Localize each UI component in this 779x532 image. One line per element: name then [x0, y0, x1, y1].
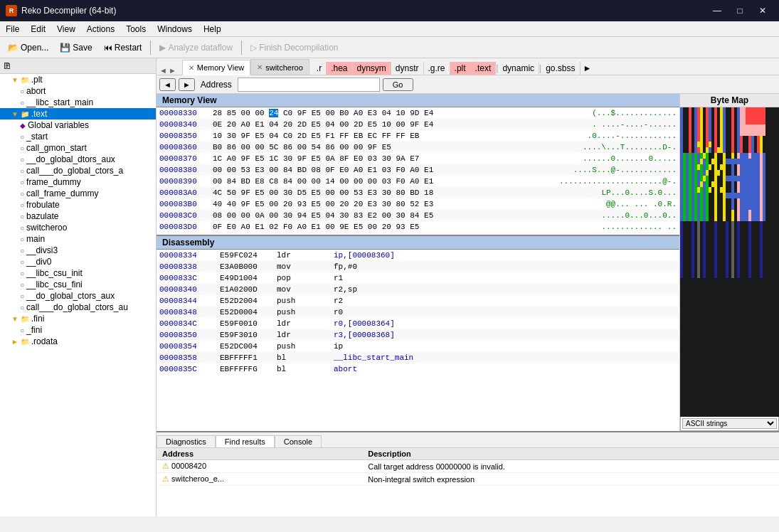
maximize-button[interactable]: □ — [729, 4, 751, 18]
bottom-tab-console[interactable]: Console — [275, 435, 322, 447]
disasm-row[interactable]: 00008350 E59F3010 ldr r3,[00008368] — [157, 329, 679, 341]
bytemap-dropdown[interactable]: ASCII strings — [682, 418, 777, 429]
tab-close-memory[interactable]: ✕ — [189, 64, 194, 72]
nav-section-gre[interactable]: .g.re — [424, 62, 450, 75]
nav-section-dynstr[interactable]: dynstr — [391, 62, 424, 75]
sidebar-item-plt[interactable]: ▼ 📁.plt — [0, 74, 156, 85]
bottom-tab-diagnostics[interactable]: Diagnostics — [157, 435, 216, 447]
nav-section-dynamic[interactable]: dynamic — [498, 62, 539, 75]
sidebar-item-rodata[interactable]: ► 📁.rodata — [0, 336, 156, 347]
nav-scroll-right[interactable]: ► — [583, 63, 592, 73]
tab-close-switcheroo[interactable]: ✕ — [257, 63, 263, 71]
disasm-row[interactable]: 0000833C E49D1004 pop r1 — [157, 272, 679, 284]
menu-item-actions[interactable]: Actions — [81, 23, 120, 36]
nav-section-r[interactable]: .r — [312, 62, 327, 75]
sidebar-item-doglobalctorsaux[interactable]: ○__do_global_ctors_aux — [0, 290, 156, 302]
sidebar-item-divsi3[interactable]: ○__divsi3 — [0, 245, 156, 256]
memory-row[interactable]: 000083B0 40 40 9F E5 00 20 93 E5 00 20 2… — [157, 198, 679, 210]
sidebar-item-libcstartmain[interactable]: ○__libc_start_main — [0, 97, 156, 108]
memory-row[interactable]: 000083A0 4C 50 9F E5 00 30 D5 E5 00 00 5… — [157, 187, 679, 198]
disasm-ref[interactable]: ip,[00008360] — [334, 251, 395, 260]
disasm-ref[interactable]: r3,[00008368] — [334, 331, 395, 339]
sidebar-item-start[interactable]: ○_start — [0, 131, 156, 142]
memory-row[interactable]: 00008350 10 30 9F E5 04 C0 2D E5 F1 FF E… — [157, 130, 679, 142]
menu-item-windows[interactable]: Windows — [152, 23, 198, 36]
tab-switcheroo[interactable]: ✕ switcheroo — [250, 59, 309, 75]
memory-row[interactable]: 00008330 28 85 00 00 24 C0 9F E5 00 B0 A… — [157, 107, 679, 119]
menu-item-tools[interactable]: Tools — [120, 23, 152, 36]
disasm-row[interactable]: 00008338 E3A0B000 mov fp,#0 — [157, 261, 679, 272]
sidebar-item-abort[interactable]: ○abort — [0, 85, 156, 97]
memory-row[interactable]: 00008380 00 00 53 E3 00 84 BD 08 0F E0 A… — [157, 164, 679, 176]
disasm-ref[interactable]: r0,[00008364] — [334, 319, 395, 328]
sidebar-scroll[interactable]: ▼ 📁.plt○abort○__libc_start_main▼ 📁.text◆… — [0, 74, 156, 516]
addr-nav-next[interactable]: ► — [179, 78, 195, 91]
bytemap-row — [680, 261, 779, 267]
memory-row[interactable]: 00008360 B0 86 00 00 5C 86 00 54 86 00 0… — [157, 142, 679, 153]
disasm-row[interactable]: 00008340 E1A0200D mov r2,sp — [157, 284, 679, 295]
diag-row[interactable]: ⚠ switcheroo_e... Non-integral switch ex… — [157, 473, 779, 486]
disasm-row[interactable]: 00008358 EBFFFFF1 bl __libc_start_main — [157, 352, 679, 363]
bottom-tab-find-results[interactable]: Find results — [216, 435, 275, 447]
sidebar-item-calldoglobalctorsau[interactable]: ○call___do_global_ctors_au — [0, 302, 156, 313]
analyze-button[interactable]: ▶ Analyze dataflow — [154, 41, 238, 55]
disasm-ref[interactable]: abort — [334, 365, 357, 373]
sidebar-item-globalvariables[interactable]: ◆Global variables — [0, 119, 156, 131]
finish-button[interactable]: ▷ Finish Decompilation — [245, 41, 343, 55]
nav-section-hea[interactable]: .hea — [327, 62, 352, 75]
sidebar-item-main[interactable]: ○main — [0, 233, 156, 245]
disasm-row[interactable]: 0000835C EBFFFFFG bl abort — [157, 363, 679, 375]
bytemap-cell — [763, 164, 765, 170]
sidebar-item-text[interactable]: ▼ 📁.text — [0, 108, 156, 119]
nav-section-dynsym[interactable]: dynsym — [353, 62, 391, 75]
sidebar-item-bazulate[interactable]: ○bazulate — [0, 211, 156, 222]
menu-item-edit[interactable]: Edit — [25, 23, 51, 36]
sidebar-item-calldoglobalctorsa[interactable]: ○call___do_global_ctors_a — [0, 165, 156, 176]
sidebar-item-div0[interactable]: ○__div0 — [0, 256, 156, 267]
disasm-row[interactable]: 00008354 E52DC004 push ip — [157, 341, 679, 352]
sidebar-item-libccsuinit[interactable]: ○__libc_csu_init — [0, 267, 156, 279]
sidebar-item-fini[interactable]: ○_fini — [0, 324, 156, 336]
go-button[interactable]: Go — [383, 78, 413, 91]
analyze-icon: ▶ — [159, 43, 166, 53]
disasm-row[interactable]: 00008348 E52D0004 push r0 — [157, 307, 679, 318]
disasm-row[interactable]: 00008334 E59FC024 ldr ip,[00008360] — [157, 250, 679, 261]
menu-item-help[interactable]: Help — [198, 23, 227, 36]
content-split: Memory View 00008330 28 85 00 00 24 C0 9… — [157, 94, 779, 431]
sidebar-item-doglobaldtorsaux[interactable]: ○__do_global_dtors_aux — [0, 154, 156, 165]
tab-nav-right[interactable]: ► — [169, 66, 176, 75]
address-input[interactable] — [238, 78, 380, 92]
memory-row[interactable]: 00008370 1C A0 9F E5 1C 30 9F E5 0A 8F E… — [157, 153, 679, 164]
menu-item-view[interactable]: View — [51, 23, 81, 36]
sidebar-item-callgmonstart[interactable]: ○call_gmon_start — [0, 142, 156, 154]
sidebar-item-framedummy[interactable]: ○frame_dummy — [0, 176, 156, 188]
diag-row[interactable]: ⚠ 00008420 Call target address 00000000 … — [157, 460, 779, 473]
memory-row[interactable]: 00008390 00 84 BD E8 C8 84 00 00 14 00 0… — [157, 176, 679, 187]
tab-nav-left[interactable]: ◄ — [159, 66, 167, 75]
disasm-view[interactable]: Disassembly 00008334 E59FC024 ldr ip,[00… — [157, 236, 679, 431]
save-button[interactable]: 💾 Save — [55, 41, 97, 55]
memory-row[interactable]: 000083C0 08 00 00 0A 00 30 94 E5 04 30 8… — [157, 210, 679, 221]
sidebar-item-fini[interactable]: ▼ 📁.fini — [0, 313, 156, 324]
tab-memory-view[interactable]: ✕ Memory View — [182, 60, 250, 75]
restart-button[interactable]: ⏮ Restart — [99, 41, 147, 55]
nav-section-text[interactable]: .text — [471, 62, 497, 75]
disasm-ref[interactable]: __libc_start_main — [334, 353, 413, 362]
memory-view[interactable]: Memory View 00008330 28 85 00 00 24 C0 9… — [157, 94, 679, 236]
open-button[interactable]: 📂 Open... — [3, 41, 53, 55]
sidebar-item-switcheroo[interactable]: ○switcheroo — [0, 222, 156, 233]
sidebar-item-libccsufini[interactable]: ○__libc_csu_fini — [0, 279, 156, 290]
disasm-row[interactable]: 00008344 E52D2004 push r2 — [157, 295, 679, 307]
addr-nav-prev[interactable]: ◄ — [159, 78, 176, 91]
memory-row[interactable]: 00008340 0E 20 A0 E1 04 20 2D E5 04 00 2… — [157, 119, 679, 130]
sidebar-item-callframedummy[interactable]: ○call_frame_dummy — [0, 188, 156, 199]
memory-row[interactable]: 000083D0 0F E0 A0 E1 02 F0 A0 E1 00 9E E… — [157, 221, 679, 233]
minimize-button[interactable]: — — [706, 4, 728, 18]
nav-section-sbss[interactable]: go.sbss — [541, 62, 580, 75]
disasm-row[interactable]: 0000834C E59F0010 ldr r0,[00008364] — [157, 318, 679, 329]
sidebar-item-frobulate[interactable]: ○frobulate — [0, 199, 156, 211]
close-button[interactable]: ✕ — [752, 4, 773, 18]
menu-item-file[interactable]: File — [0, 23, 25, 36]
open-icon: 📂 — [8, 43, 18, 53]
nav-section-plt[interactable]: .plt — [450, 62, 471, 75]
